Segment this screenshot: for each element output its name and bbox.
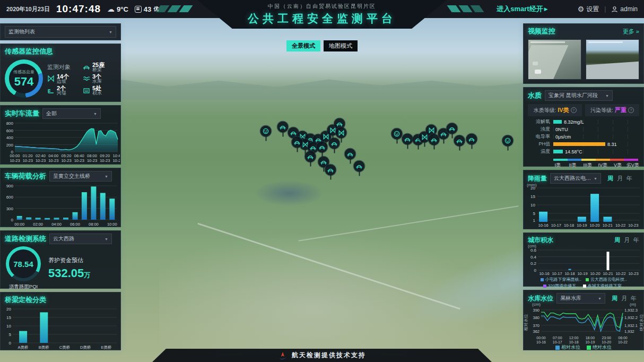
panel-title: 道路检测系统: [5, 234, 46, 244]
bridge-icon: [290, 130, 297, 136]
enter-smart-link[interactable]: 进入smart经开 ▶: [497, 4, 547, 14]
svg-text:04:00: 04:00: [51, 222, 62, 227]
info-icon[interactable]: ?: [571, 107, 577, 113]
map-marker-bridge[interactable]: [354, 161, 365, 172]
water-metric-row: 电导率 0μs/cm: [528, 133, 639, 140]
map-marker-face[interactable]: [260, 126, 272, 137]
svg-text:A类桥: A类桥: [18, 345, 29, 350]
svg-text:15: 15: [6, 315, 11, 320]
svg-text:800: 800: [6, 121, 14, 126]
load-bridge-dropdown[interactable]: 呈黄立交主线桥 ▼: [49, 171, 112, 182]
reservoir-icon: [83, 75, 90, 82]
svg-text:04:00: 04:00: [48, 153, 58, 158]
video-thumbnail-road[interactable]: [528, 39, 581, 80]
chevron-down-icon: ▼: [105, 237, 108, 241]
map-marker-bridge[interactable]: [317, 142, 328, 153]
reservoir-tab-0[interactable]: 周: [612, 295, 617, 303]
map-marker-bridge[interactable]: [292, 137, 303, 148]
pqi-label: 沥青路面PQI: [9, 283, 38, 290]
svg-text:1,932.2: 1,932.2: [624, 315, 638, 320]
water-source-dropdown[interactable]: 宝象河 昆明水厂河段 ▼: [545, 90, 613, 101]
svg-text:10-23: 10-23: [628, 271, 638, 276]
map-marker-bridge[interactable]: [305, 151, 316, 162]
svg-text:20: 20: [6, 307, 11, 312]
waterlog-tab-0[interactable]: 周: [614, 236, 620, 244]
svg-text:10-23: 10-23: [48, 158, 58, 163]
bridge-class-bar-chart: 05101520A类桥B类桥C类桥D类桥E类桥: [1, 306, 120, 350]
svg-text:10-23: 10-23: [628, 223, 638, 228]
traffic-flow-panel: 实时车流量 全部 ▼ 020040060080000:0010-2301:201…: [0, 105, 121, 165]
bridge-icon: [320, 159, 327, 166]
rain-period-tabs: 周月年: [607, 175, 632, 183]
settings-button[interactable]: ⚙ 设置: [578, 5, 599, 14]
rain-station-dropdown[interactable]: 云大西路云电科技 ▼: [550, 173, 601, 184]
map-mode-button[interactable]: 地图模式: [324, 40, 358, 51]
reservoir-tab-1[interactable]: 月: [621, 295, 627, 303]
map-marker-bridge[interactable]: [329, 138, 340, 149]
legend-item: 320国道中修五..: [543, 283, 579, 289]
svg-text:08:00: 08:00: [87, 153, 97, 158]
slope-icon: [421, 134, 428, 140]
reservoir-tab-2[interactable]: 年: [631, 295, 637, 303]
svg-text:10-22: 10-22: [615, 271, 625, 276]
chevron-down-icon: ▼: [594, 177, 597, 180]
map-marker-bridge[interactable]: [402, 134, 413, 145]
monitor-list-dropdown[interactable]: 监测物列表 ▼: [5, 26, 116, 38]
rain-tab-2[interactable]: 年: [626, 175, 632, 183]
panel-title: 水质: [528, 91, 542, 100]
svg-text:900: 900: [6, 184, 14, 188]
map-marker-face[interactable]: [391, 128, 403, 140]
map-marker-bridge[interactable]: [447, 123, 458, 134]
svg-text:5: 5: [9, 332, 12, 337]
map-marker-bridge[interactable]: [454, 135, 465, 146]
map-marker-face[interactable]: [502, 135, 514, 146]
status-face-icon: [394, 131, 401, 137]
info-icon[interactable]: ?: [628, 107, 634, 113]
road-dropdown[interactable]: 云大西路 ▼: [49, 234, 112, 244]
svg-text:08:00: 08:00: [89, 222, 99, 227]
panel-title: 降雨量: [528, 174, 547, 183]
svg-text:E类桥: E类桥: [101, 345, 112, 350]
panel-title: 水库水位: [528, 294, 553, 303]
water-class-scale: [553, 159, 638, 161]
sensor-total-value: 574: [14, 75, 34, 89]
temperature-label: 9°C: [117, 5, 128, 13]
svg-text:10-23: 10-23: [74, 158, 84, 163]
traffic-filter-dropdown[interactable]: 全部 ▼: [42, 108, 101, 119]
map-marker-bridge[interactable]: [466, 134, 477, 145]
status-face-icon: [263, 128, 269, 135]
settings-label: 设置: [586, 5, 599, 14]
pollution-value: 严重: [615, 106, 626, 114]
panorama-mode-button[interactable]: 全景模式: [286, 40, 320, 51]
rain-tab-1[interactable]: 月: [617, 175, 623, 183]
gear-icon: ⚙: [578, 5, 585, 13]
waterlog-tab-2[interactable]: 年: [633, 236, 639, 244]
map-marker-slope[interactable]: [336, 127, 347, 139]
rain-tab-0[interactable]: 周: [607, 175, 613, 183]
chevron-down-icon: ▼: [605, 94, 609, 98]
map-marker-bridge[interactable]: [325, 165, 336, 176]
map-marker-bridge[interactable]: [277, 122, 289, 133]
reservoir-dropdown[interactable]: 果林水库 ▼: [556, 293, 605, 304]
svg-text:01:20: 01:20: [23, 153, 33, 158]
bridge-icon: [327, 167, 334, 174]
view-mode-switch: 全景模式 地图模式: [286, 40, 358, 51]
bridge-icon: [310, 144, 317, 151]
water-metric-row: 浊度 0NTU: [528, 126, 639, 133]
load-bridge-value: 呈黄立交主线桥: [53, 173, 90, 180]
reservoir-right-unit: (m): [630, 302, 636, 307]
user-menu[interactable]: admin: [611, 5, 638, 13]
svg-text:10-19: 10-19: [577, 223, 587, 228]
footer-bar: 航天检测提供技术支持: [152, 349, 492, 362]
budget-value: 532.05万: [48, 266, 90, 280]
video-thumbnail-hillside[interactable]: [586, 39, 639, 80]
svg-text:15: 15: [530, 194, 535, 199]
water-metric-row: 温度 14.58°C: [528, 148, 639, 155]
svg-text:10-17: 10-17: [551, 223, 561, 228]
more-link[interactable]: 更多 »: [623, 28, 639, 36]
tech-support-label: 航天检测提供技术支持: [292, 351, 366, 360]
map-marker-bridge[interactable]: [345, 149, 356, 160]
waterlog-tab-1[interactable]: 月: [624, 236, 630, 244]
svg-text:0.6: 0.6: [530, 248, 537, 253]
slope-icon: [329, 127, 336, 133]
